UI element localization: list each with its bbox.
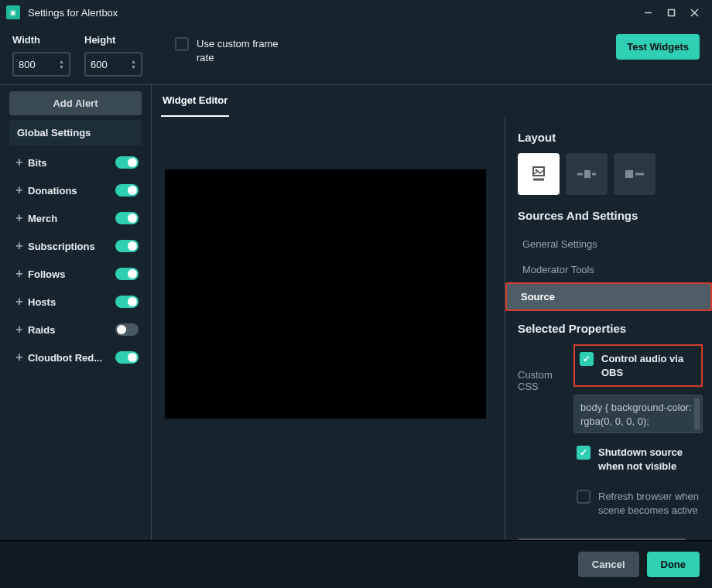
category-toggle[interactable] <box>115 268 139 280</box>
shutdown-source-label: Shutdown source when not visible <box>598 446 700 473</box>
category-name[interactable]: Raids <box>28 324 115 336</box>
width-input[interactable]: 800 ▲▼ <box>12 52 70 77</box>
settings-window: ▣ Settings for Alertbox Width 800 ▲▼ Hei… <box>0 0 712 588</box>
width-value: 800 <box>19 59 56 70</box>
app-icon: ▣ <box>6 5 20 19</box>
tab-widget-editor[interactable]: Widget Editor <box>161 85 229 117</box>
done-button[interactable]: Done <box>647 552 700 577</box>
control-audio-row: Control audio via OBS <box>573 344 703 387</box>
svg-rect-3 <box>668 9 674 15</box>
layout-option-stacked[interactable] <box>518 153 560 195</box>
layout-option-inline[interactable] <box>614 153 656 195</box>
category-toggle[interactable] <box>115 240 139 252</box>
svg-text:▣: ▣ <box>10 9 16 16</box>
add-alert-button[interactable]: Add Alert <box>9 91 142 115</box>
category-toggle[interactable] <box>115 184 139 197</box>
sidebar-category-row: +Follows <box>9 260 142 288</box>
tabs-row: Widget Editor <box>152 85 712 117</box>
custom-framerate-label: Use custom frame rate <box>197 37 293 65</box>
category-toggle[interactable] <box>115 212 139 224</box>
category-name[interactable]: Cloudbot Red... <box>28 352 115 364</box>
expand-icon[interactable]: + <box>11 211 28 225</box>
sources-heading: Sources And Settings <box>518 209 703 222</box>
body: Add Alert Global Settings +Bits+Donation… <box>0 85 712 540</box>
expand-icon[interactable]: + <box>11 267 28 281</box>
global-settings-item[interactable]: Global Settings <box>9 120 142 145</box>
widget-preview-canvas <box>165 169 486 419</box>
sidebar-category-row: +Cloudbot Red... <box>9 344 142 371</box>
width-label: Width <box>12 34 70 46</box>
height-value: 600 <box>91 59 128 70</box>
source-general-settings[interactable]: General Settings <box>518 231 703 257</box>
control-audio-checkbox[interactable] <box>580 352 594 366</box>
category-name[interactable]: Donations <box>28 185 115 197</box>
layout-heading: Layout <box>518 131 703 144</box>
height-label: Height <box>84 34 142 46</box>
top-strip: Width 800 ▲▼ Height 600 ▲▼ Use custom fr… <box>0 25 712 85</box>
layout-option-side[interactable] <box>566 153 608 195</box>
category-toggle[interactable] <box>115 351 139 364</box>
category-toggle[interactable] <box>115 296 139 308</box>
cancel-button[interactable]: Cancel <box>578 552 639 577</box>
selected-properties-heading: Selected Properties <box>518 322 703 335</box>
svg-rect-10 <box>584 170 590 178</box>
custom-css-label: Custom CSS <box>518 344 566 529</box>
height-step-up[interactable]: ▲ <box>131 60 136 64</box>
width-field-group: Width 800 ▲▼ <box>12 34 70 77</box>
height-step-down[interactable]: ▼ <box>131 65 136 70</box>
expand-icon[interactable]: + <box>11 295 28 309</box>
width-step-up[interactable]: ▲ <box>59 60 64 64</box>
sidebar-category-row: +Merch <box>9 204 142 232</box>
width-step-down[interactable]: ▼ <box>59 65 64 70</box>
sidebar: Add Alert Global Settings +Bits+Donation… <box>0 85 151 540</box>
expand-icon[interactable]: + <box>11 183 28 197</box>
custom-css-textarea[interactable]: body { background-color: rgba(0, 0, 0, 0… <box>573 395 703 433</box>
custom-framerate-row: Use custom frame rate <box>175 37 293 65</box>
expand-icon[interactable]: + <box>11 350 28 364</box>
expand-icon[interactable]: + <box>11 156 28 169</box>
preview-area <box>152 117 505 540</box>
main-panel: Widget Editor Layout <box>151 85 712 540</box>
category-name[interactable]: Bits <box>28 157 115 169</box>
maximize-button[interactable] <box>659 0 683 25</box>
right-panel: Layout Sources And Settings Genera <box>505 117 712 540</box>
control-audio-label: Control audio via OBS <box>601 352 697 379</box>
sidebar-category-row: +Hosts <box>9 288 142 316</box>
close-button[interactable] <box>683 0 706 25</box>
titlebar: ▣ Settings for Alertbox <box>0 0 712 25</box>
category-toggle[interactable] <box>115 323 139 336</box>
svg-rect-12 <box>625 170 633 178</box>
custom-framerate-checkbox[interactable] <box>175 37 189 51</box>
expand-icon[interactable]: + <box>11 239 28 253</box>
source-source[interactable]: Source <box>505 282 712 311</box>
sidebar-category-row: +Raids <box>9 316 142 344</box>
sidebar-category-row: +Subscriptions <box>9 232 142 260</box>
shutdown-source-row: Shutdown source when not visible <box>573 441 703 477</box>
height-field-group: Height 600 ▲▼ <box>84 34 142 77</box>
refresh-scene-row: Refresh browser when scene becomes activ… <box>573 485 703 521</box>
category-name[interactable]: Follows <box>28 268 115 280</box>
category-name[interactable]: Merch <box>28 213 115 224</box>
source-moderator-tools[interactable]: Moderator Tools <box>518 257 703 282</box>
category-name[interactable]: Hosts <box>28 296 115 308</box>
refresh-scene-checkbox[interactable] <box>577 490 590 504</box>
expand-icon[interactable]: + <box>11 323 28 337</box>
footer: Cancel Done <box>0 540 712 588</box>
category-name[interactable]: Subscriptions <box>28 241 115 252</box>
refresh-scene-label: Refresh browser when scene becomes activ… <box>598 490 700 517</box>
shutdown-source-checkbox[interactable] <box>577 446 590 460</box>
category-toggle[interactable] <box>115 156 139 169</box>
minimize-button[interactable] <box>636 0 659 25</box>
window-title: Settings for Alertbox <box>28 7 118 19</box>
sidebar-category-row: +Donations <box>9 176 142 204</box>
test-widgets-button[interactable]: Test Widgets <box>616 34 700 60</box>
height-input[interactable]: 600 ▲▼ <box>84 52 142 77</box>
sidebar-category-row: +Bits <box>9 149 142 176</box>
